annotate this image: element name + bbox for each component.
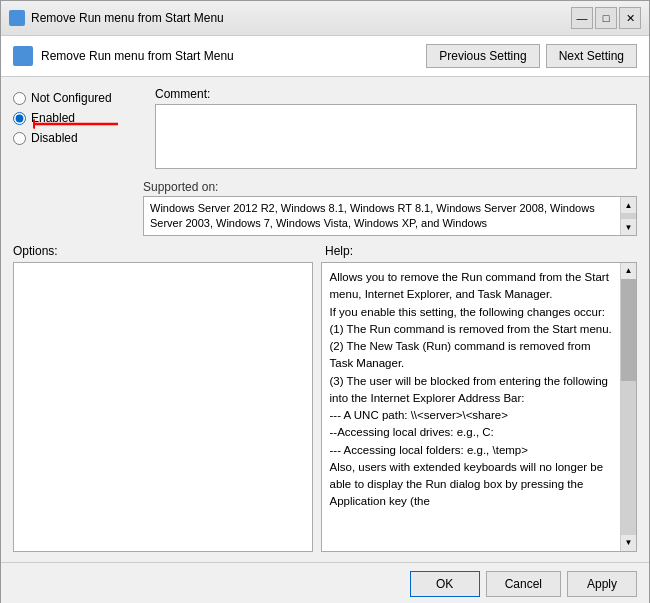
radio-disabled[interactable]: Disabled bbox=[13, 131, 143, 145]
header-buttons: Previous Setting Next Setting bbox=[426, 44, 637, 68]
header-title-group: Remove Run menu from Start Menu bbox=[13, 46, 234, 66]
comment-label: Comment: bbox=[155, 87, 637, 101]
title-bar-left: Remove Run menu from Start Menu bbox=[9, 10, 224, 26]
window-icon bbox=[9, 10, 25, 26]
ok-button[interactable]: OK bbox=[410, 571, 480, 597]
supported-section: Supported on: Windows Server 2012 R2, Wi… bbox=[13, 180, 637, 236]
help-p1: Allows you to remove the Run command fro… bbox=[330, 269, 616, 304]
radio-enabled[interactable]: Enabled bbox=[13, 111, 143, 125]
help-p3: (1) The Run command is removed from the … bbox=[330, 321, 616, 338]
enabled-label: Enabled bbox=[31, 111, 75, 125]
comment-section: Comment: bbox=[155, 87, 637, 172]
radio-group: Not Configured Enabled bbox=[13, 87, 143, 172]
disabled-label: Disabled bbox=[31, 131, 78, 145]
help-panel: Allows you to remove the Run command fro… bbox=[321, 262, 637, 552]
footer: OK Cancel Apply bbox=[1, 562, 649, 603]
main-window: Remove Run menu from Start Menu — □ ✕ Re… bbox=[0, 0, 650, 603]
help-p7: --Accessing local drives: e.g., C: bbox=[330, 424, 616, 441]
help-p6: --- A UNC path: \\<server>\<share> bbox=[330, 407, 616, 424]
help-p5: (3) The user will be blocked from enteri… bbox=[330, 373, 616, 408]
help-scroll-track bbox=[621, 279, 636, 535]
help-scroll-up[interactable]: ▲ bbox=[621, 263, 636, 279]
supported-label: Supported on: bbox=[13, 180, 637, 194]
help-scroll-thumb[interactable] bbox=[621, 279, 636, 381]
bottom-panels: Allows you to remove the Run command fro… bbox=[13, 262, 637, 552]
help-p8: --- Accessing local folders: e.g., \temp… bbox=[330, 442, 616, 459]
supported-scrollbar: ▲ ▼ bbox=[620, 197, 636, 235]
radio-input-enabled[interactable] bbox=[13, 112, 26, 125]
help-p9: Also, users with extended keyboards will… bbox=[330, 459, 616, 511]
supported-text: Windows Server 2012 R2, Windows 8.1, Win… bbox=[144, 197, 636, 236]
panel-labels: Options: Help: bbox=[13, 244, 637, 258]
header-bar: Remove Run menu from Start Menu Previous… bbox=[1, 36, 649, 77]
header-policy-icon bbox=[13, 46, 33, 66]
previous-setting-button[interactable]: Previous Setting bbox=[426, 44, 539, 68]
help-p4: (2) The New Task (Run) command is remove… bbox=[330, 338, 616, 373]
help-scroll-down[interactable]: ▼ bbox=[621, 535, 636, 551]
top-section: Not Configured Enabled bbox=[13, 87, 637, 172]
cancel-button[interactable]: Cancel bbox=[486, 571, 561, 597]
close-button[interactable]: ✕ bbox=[619, 7, 641, 29]
radio-input-not-configured[interactable] bbox=[13, 92, 26, 105]
scroll-down-arrow[interactable]: ▼ bbox=[621, 219, 636, 235]
help-scrollbar: ▲ ▼ bbox=[620, 263, 636, 551]
apply-button[interactable]: Apply bbox=[567, 571, 637, 597]
help-label: Help: bbox=[325, 244, 637, 258]
title-bar: Remove Run menu from Start Menu — □ ✕ bbox=[1, 1, 649, 36]
title-buttons: — □ ✕ bbox=[571, 7, 641, 29]
main-content: Not Configured Enabled bbox=[1, 77, 649, 562]
options-panel bbox=[13, 262, 313, 552]
header-title-text: Remove Run menu from Start Menu bbox=[41, 49, 234, 63]
help-p2: If you enable this setting, the followin… bbox=[330, 304, 616, 321]
window-title: Remove Run menu from Start Menu bbox=[31, 11, 224, 25]
maximize-button[interactable]: □ bbox=[595, 7, 617, 29]
not-configured-label: Not Configured bbox=[31, 91, 112, 105]
radio-input-disabled[interactable] bbox=[13, 132, 26, 145]
comment-textarea[interactable] bbox=[155, 104, 637, 169]
minimize-button[interactable]: — bbox=[571, 7, 593, 29]
options-label: Options: bbox=[13, 244, 325, 258]
next-setting-button[interactable]: Next Setting bbox=[546, 44, 637, 68]
radio-not-configured[interactable]: Not Configured bbox=[13, 91, 143, 105]
scroll-up-arrow[interactable]: ▲ bbox=[621, 197, 636, 213]
